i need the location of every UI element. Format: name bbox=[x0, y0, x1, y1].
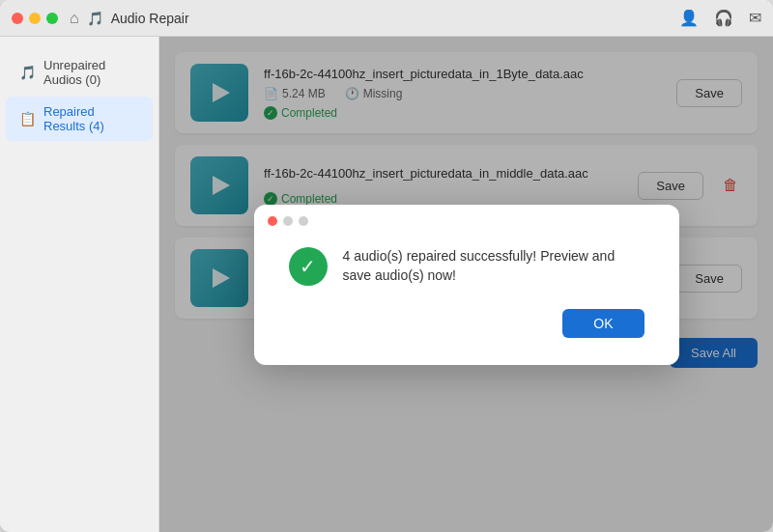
modal-footer: OK bbox=[289, 309, 644, 338]
title-bar-nav: ⌂ 🎵 Audio Repair bbox=[70, 10, 189, 27]
home-icon[interactable]: ⌂ bbox=[70, 10, 79, 27]
sidebar: 🎵 Unrepaired Audios (0) 📋 Repaired Resul… bbox=[0, 37, 159, 532]
modal-overlay: ✓ 4 audio(s) repaired successfully! Prev… bbox=[159, 37, 773, 532]
mail-icon[interactable]: ✉ bbox=[749, 9, 761, 27]
modal-close-button[interactable] bbox=[268, 216, 277, 226]
sidebar-item-unrepaired-label: Unrepaired Audios (0) bbox=[43, 58, 139, 87]
app-window: ⌂ 🎵 Audio Repair 👤 🎧 ✉ 🎵 Unrepaired Audi… bbox=[0, 0, 773, 532]
modal-ok-button[interactable]: OK bbox=[562, 309, 644, 338]
success-modal: ✓ 4 audio(s) repaired successfully! Prev… bbox=[254, 205, 679, 365]
user-icon[interactable]: 👤 bbox=[679, 9, 699, 27]
modal-message: 4 audio(s) repaired successfully! Previe… bbox=[343, 247, 644, 285]
title-bar-actions: 👤 🎧 ✉ bbox=[679, 9, 761, 27]
modal-check-icon: ✓ bbox=[289, 247, 328, 286]
modal-maximize-button[interactable] bbox=[299, 216, 308, 226]
unrepaired-icon: 🎵 bbox=[19, 65, 36, 80]
sidebar-item-repaired-label: Repaired Results (4) bbox=[43, 104, 139, 133]
sidebar-item-repaired[interactable]: 📋 Repaired Results (4) bbox=[6, 97, 153, 141]
app-title: Audio Repair bbox=[111, 11, 189, 26]
traffic-lights bbox=[12, 13, 58, 24]
modal-traffic-lights bbox=[268, 216, 308, 226]
minimize-button[interactable] bbox=[29, 13, 41, 24]
modal-minimize-button[interactable] bbox=[283, 216, 293, 226]
app-icon: 🎵 bbox=[87, 11, 103, 26]
maximize-button[interactable] bbox=[46, 13, 58, 24]
title-bar: ⌂ 🎵 Audio Repair 👤 🎧 ✉ bbox=[0, 0, 773, 37]
headphone-icon[interactable]: 🎧 bbox=[714, 9, 733, 27]
app-body: 🎵 Unrepaired Audios (0) 📋 Repaired Resul… bbox=[0, 37, 773, 532]
repaired-icon: 📋 bbox=[19, 111, 36, 126]
modal-body: ✓ 4 audio(s) repaired successfully! Prev… bbox=[289, 247, 644, 286]
close-button[interactable] bbox=[12, 13, 23, 24]
sidebar-item-unrepaired[interactable]: 🎵 Unrepaired Audios (0) bbox=[6, 50, 153, 95]
main-content: ff-16b-2c-44100hz_insert_picturedata_in_… bbox=[159, 37, 773, 532]
